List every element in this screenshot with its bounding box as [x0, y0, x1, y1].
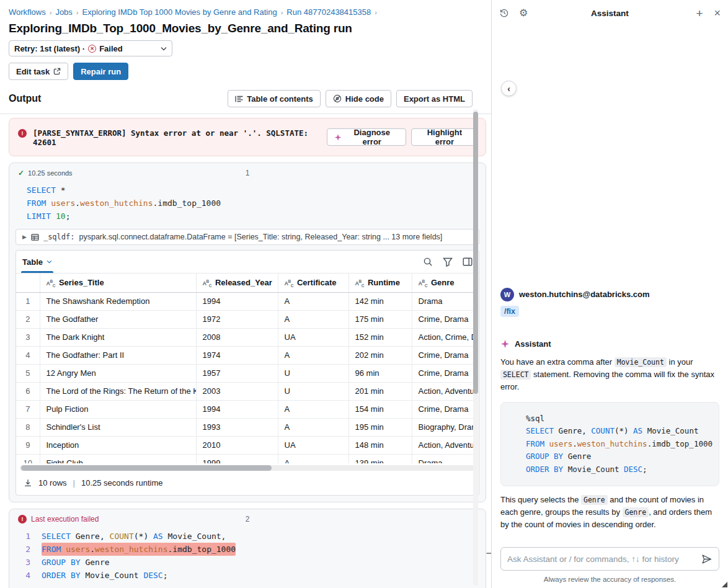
new-chat-icon[interactable]: + [696, 7, 703, 19]
table-cell: The Godfather [40, 310, 196, 328]
row-index: 1 [16, 292, 40, 310]
repair-run-button[interactable]: Repair run [73, 63, 128, 80]
assistant-sparkle-icon [500, 339, 510, 349]
column-header[interactable]: ABCReleased_Year [196, 274, 278, 292]
output-buttons: Table of contents Hide code Export as HT… [228, 90, 473, 107]
retry-dropdown[interactable]: Retry: 1st (latest) · ✕ Failed [9, 40, 172, 56]
code-line: 3GROUP BY Genre [20, 556, 477, 569]
column-header[interactable]: ABCRuntime [348, 274, 412, 292]
breadcrumb: Workflows›Jobs›Exploring IMDb Top 1000 M… [9, 7, 491, 17]
columns-icon[interactable] [463, 257, 473, 266]
resize-handle[interactable] [722, 582, 727, 587]
download-icon[interactable] [24, 479, 32, 488]
code-line: 1SELECT Genre, COUNT(*) AS Movie_Count, [20, 530, 477, 543]
action-row: Edit task Repair run [9, 63, 491, 80]
table-row[interactable]: 4The Godfather: Part II1974A202 minCrime… [16, 346, 474, 364]
assistant-input[interactable] [507, 555, 701, 564]
breadcrumb-link[interactable]: Jobs [55, 7, 72, 17]
table-row[interactable]: 1The Shawshank Redemption1994A142 minDra… [16, 292, 474, 310]
cell2-code[interactable]: 1SELECT Genre, COUNT(*) AS Movie_Count,2… [9, 526, 486, 587]
tab-table[interactable]: Table [22, 251, 52, 273]
code-text: FROM users.weston_hutchins.imdb_top_1000 [526, 438, 712, 451]
main-scrollbar-thumb[interactable] [473, 112, 478, 394]
dataframe-name: _sqldf: [43, 233, 75, 241]
table-row[interactable]: 6The Lord of the Rings: The Return of th… [16, 382, 474, 400]
search-icon[interactable] [423, 257, 433, 267]
breadcrumb-link[interactable]: Workflows [9, 7, 46, 17]
table-row[interactable]: 10Fight Club1999A139 minDrama [16, 454, 474, 463]
gear-icon[interactable]: ⚙ [519, 8, 528, 18]
cell1-code[interactable]: SELECT *FROM users.weston_hutchins.imdb_… [9, 180, 486, 228]
code-line: ORDER BY Movie_Count DESC; [526, 463, 712, 476]
accuracy-disclaimer: Always review the accuracy of responses. [500, 576, 719, 583]
collapse-panel-button[interactable]: ‹ [501, 81, 517, 96]
column-header[interactable]: ABCSeries_Title [40, 274, 196, 292]
fix-command-chip[interactable]: /fix [500, 306, 519, 317]
line-number: 4 [20, 569, 30, 582]
table-row[interactable]: 512 Angry Men1957U96 minCrime, Drama [16, 364, 474, 382]
highlighted-error-line: FROM users.weston_hutchins.imdb_top_1000 [42, 543, 236, 556]
column-name: Runtime [368, 278, 400, 287]
code-line: FROM users.weston_hutchins.imdb_top_1000 [526, 438, 712, 451]
line-number: 1 [20, 530, 30, 543]
diagnose-error-button[interactable]: Diagnose error [327, 128, 406, 146]
edit-task-button[interactable]: Edit task [9, 63, 68, 80]
main-panel: Workflows›Jobs›Exploring IMDb Top 1000 M… [0, 0, 492, 588]
hide-code-button[interactable]: Hide code [326, 90, 391, 107]
table-cell: Action, Adventure, Sci-Fi [412, 436, 474, 454]
table-cell: A [278, 454, 348, 463]
table-cell: 2008 [196, 328, 278, 346]
results-table: ABCSeries_TitleABCReleased_YearABCCertif… [16, 274, 474, 463]
table-of-contents-button[interactable]: Table of contents [228, 90, 321, 107]
filter-icon[interactable] [443, 257, 453, 267]
table-cell: 1994 [196, 292, 278, 310]
table-row[interactable]: 9Inception2010UA148 minAction, Adventure… [16, 436, 474, 454]
code-text: ORDER BY Movie_Count DESC; [42, 569, 168, 582]
highlight-error-button[interactable]: Highlight error [411, 128, 478, 146]
table-cell: 1957 [196, 364, 278, 382]
dataframe-result-row[interactable]: ▶ _sqldf: pyspark.sql.connect.dataframe.… [16, 229, 479, 245]
chevron-down-icon [161, 47, 167, 51]
column-name: Certificate [297, 278, 337, 287]
column-header[interactable]: ABCGenre [412, 274, 474, 292]
column-header[interactable]: ABCCertificate [278, 274, 348, 292]
breadcrumb-link[interactable]: Run 487702438415358 [286, 7, 371, 17]
results-panel: Table ABCSeries_TitleA [16, 250, 479, 496]
table-cell: Crime, Drama [412, 310, 474, 328]
expand-triangle-icon[interactable]: ▶ [22, 234, 27, 240]
eye-off-icon [333, 94, 342, 103]
cell2-header: ! Last execution failed 2 [9, 509, 486, 526]
table-row[interactable]: 8Schindler's List1993A195 minBiography, … [16, 418, 474, 436]
code-line: SELECT * [27, 184, 477, 197]
table-cell: A [278, 310, 348, 328]
runtime-label: 10.25 seconds runtime [81, 478, 163, 488]
corner-header-cell [16, 274, 40, 292]
breadcrumb-link[interactable]: Exploring IMDb Top 1000 Movies by Genre … [82, 7, 277, 17]
export-html-button[interactable]: Export as HTML [396, 90, 473, 107]
table-cell: UA [278, 328, 348, 346]
code-text: FROM users.weston_hutchins.imdb_top_1000 [27, 197, 221, 210]
table-row[interactable]: 2The Godfather1972A175 minCrime, Drama [16, 310, 474, 328]
app: Workflows›Jobs›Exploring IMDb Top 1000 M… [0, 0, 728, 588]
error-message: [PARSE_SYNTAX_ERROR] Syntax error at or … [33, 128, 321, 147]
table-cell: Inception [40, 436, 196, 454]
scrollbar-thumb[interactable] [21, 465, 272, 471]
cell1-duration: 10.25 seconds [28, 169, 73, 177]
table-row[interactable]: 3The Dark Knight2008UA152 minAction, Cri… [16, 328, 474, 346]
cell-drag-handle[interactable]: – [486, 548, 491, 559]
send-icon[interactable] [701, 553, 712, 565]
code-text: SELECT Genre, COUNT(*) AS Movie_Count [526, 425, 699, 438]
notebook-cell-1: ✓ 10.25 seconds 1 SELECT *FROM users.wes… [9, 163, 486, 502]
code-line: SELECT Genre, COUNT(*) AS Movie_Count [526, 425, 712, 438]
history-icon[interactable] [499, 8, 509, 18]
cell1-header: ✓ 10.25 seconds 1 [9, 163, 486, 180]
assistant-input-box[interactable] [500, 547, 719, 571]
success-check-icon: ✓ [18, 169, 24, 177]
table-cell: Action, Adventure, Drama [412, 382, 474, 400]
close-icon[interactable]: × [714, 7, 721, 19]
table-row[interactable]: 7Pulp Fiction1994A154 minCrime, Drama [16, 400, 474, 418]
table-horizontal-scrollbar[interactable] [20, 465, 475, 471]
assistant-code-block[interactable]: %sqlSELECT Genre, COUNT(*) AS Movie_Coun… [500, 402, 719, 487]
error-banner: ! [PARSE_SYNTAX_ERROR] Syntax error at o… [9, 118, 486, 156]
output-scroll-area: ! [PARSE_SYNTAX_ERROR] Syntax error at o… [0, 106, 491, 588]
